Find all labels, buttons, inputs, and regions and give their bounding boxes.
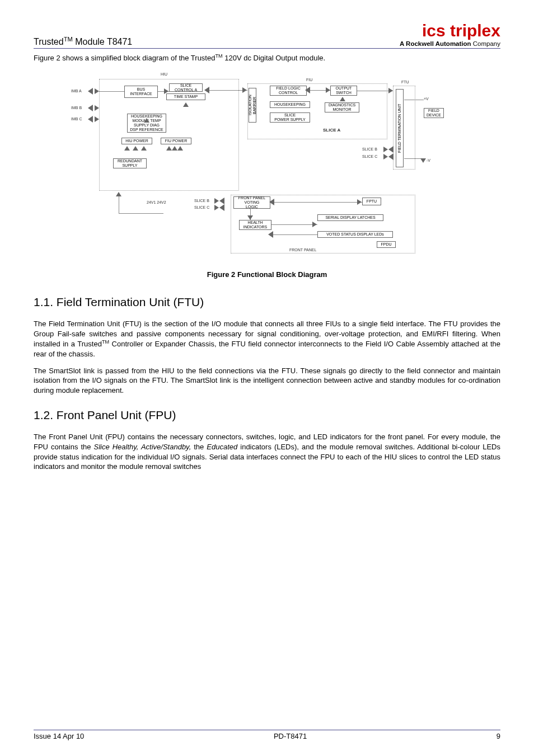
fptu-box: FPTU	[362, 198, 381, 205]
intro-pre: Figure 2 shows a simplified block diagra…	[34, 54, 215, 62]
logo-sub-text: A Rockwell Automation Company	[400, 40, 500, 47]
ftu-label: FTU	[401, 80, 409, 84]
footer-divider	[34, 730, 500, 730]
diagnostics-monitor-box: DIAGNOSTICSMONITOR	[325, 102, 359, 112]
ftu-p1-tm: TM	[102, 339, 109, 345]
section-fpu-heading: 1.2. Front Panel Unit (FPU)	[34, 408, 500, 422]
voted-status-display-leds-box: VOTED STATUS DISPLAY LEDs	[317, 231, 393, 238]
footer-issue: Issue 14 Apr 10	[34, 732, 84, 740]
bus-interface-box: BUSINTERFACE	[124, 86, 158, 98]
slice-b-psu-label: SLICE B	[194, 199, 209, 203]
header-divider	[34, 48, 500, 49]
output-switch-box: OUTPUTSWITCH	[330, 86, 357, 96]
logo-main-text: ics triplex	[400, 22, 500, 39]
fpu-p1-i1: Slice Healthy, Active/Standby,	[93, 443, 191, 451]
footer-docid: PD-T8471	[274, 732, 307, 740]
slice-c-fiu-label: SLICE C	[362, 154, 377, 158]
field-termination-unit-box: FIELD TERMINATION UNIT	[396, 89, 404, 167]
page-header: TrustedTM Module T8471 ics triplex A Roc…	[34, 22, 500, 47]
intro-post: 120V dc Digital Output module.	[223, 54, 326, 62]
imb-c-arrow	[88, 116, 93, 123]
imb-c-label: IMB C	[71, 117, 82, 121]
minus-v-label: -V	[427, 158, 430, 162]
field-logic-control-box: FIELD LOGICCONTROL	[270, 86, 307, 96]
fpdu-box: FPDU	[377, 241, 396, 248]
section-ftu-heading: 1.1. Field Termination Unit (FTU)	[34, 295, 500, 309]
header-prefix: Trusted	[34, 37, 64, 46]
footer-page-number: 9	[496, 732, 500, 740]
logo-sub-plain: Company	[471, 40, 500, 47]
slice-power-supply-box: SLICEPOWER SUPPLY	[270, 112, 310, 123]
slice-control-a-box: SLICECONTROL A	[169, 83, 203, 92]
imb-c-arrow-r	[95, 116, 99, 122]
section-fpu: 1.2. Front Panel Unit (FPU) The Front Pa…	[34, 408, 500, 471]
imb-b-arrow	[88, 105, 93, 111]
fpu-p1-b: the	[191, 443, 207, 451]
imb-a-arrow	[88, 88, 93, 95]
imb-a-label: IMB A	[71, 89, 82, 93]
fiu-label: FIU	[306, 78, 312, 82]
fiu-power-box: FIU POWER	[161, 138, 191, 144]
section-ftu-p1: The Field Termination Unit (FTU) is the …	[34, 319, 500, 359]
intro-tm: TM	[215, 53, 222, 59]
serial-display-latches-box: SERIAL DISPLAY LATCHES	[317, 214, 383, 221]
front-panel-voting-logic-box: FRONT PANELVOTINGLOGIC	[233, 196, 270, 209]
section-fpu-p1: The Front Panel Unit (FPU) contains the …	[34, 432, 500, 471]
block-diagram: HIU FIU FTU FRONT PANEL IMB A IMB B IMB …	[65, 69, 469, 259]
housekeeping-module-box: HOUSEKEEPINGMODULE TEMPSUPPLY DIAGDSP RE…	[127, 114, 166, 133]
section-ftu: 1.1. Field Termination Unit (FTU) The Fi…	[34, 295, 500, 395]
hiu-label: HIU	[161, 72, 167, 76]
time-stamp-box: TIME STAMP	[166, 93, 205, 100]
plus-v-label: +V	[424, 97, 429, 101]
header-tm: TM	[64, 36, 73, 43]
field-device-box: FIELDDEVICE	[424, 108, 444, 118]
hiu-power-box: HIU POWER	[121, 138, 152, 144]
housekeeping-box: HOUSEKEEPING	[270, 101, 310, 108]
imb-b-arrow-r	[95, 105, 99, 111]
imb-b-label: IMB B	[71, 106, 82, 110]
section-ftu-p2: The SmartSlot link is passed from the HI…	[34, 366, 500, 396]
fiu-group	[247, 83, 387, 139]
health-indicators-box: HEALTHINDICATORS	[239, 220, 271, 230]
voltage-24v-label: 24V1 24V2	[147, 200, 166, 204]
logo-sub-bold: A Rockwell Automation	[400, 40, 471, 47]
page-footer: Issue 14 Apr 10 PD-T8471 9	[34, 730, 500, 740]
fpu-p1-i2: Educated	[207, 443, 237, 451]
intro-paragraph: Figure 2 shows a simplified block diagra…	[34, 53, 500, 62]
figure-caption: Figure 2 Functional Block Diagram	[34, 270, 500, 279]
isolation-barrier-box: ISOLATIONBARRIER	[249, 88, 256, 123]
slice-a-label: SLICE A	[323, 128, 340, 133]
brand-logo: ics triplex A Rockwell Automation Compan…	[400, 22, 500, 47]
minus-v-arrow	[420, 158, 426, 163]
slice-c-psu-label: SLICE C	[194, 205, 209, 209]
imb-a-arrow-r	[95, 88, 99, 94]
header-suffix: Module T8471	[73, 37, 132, 46]
slice-b-fiu-label: SLICE B	[362, 147, 377, 151]
front-panel-label: FRONT PANEL	[289, 248, 316, 252]
redundant-supply-box: REDUNDANTSUPPLY	[113, 158, 147, 168]
header-module-title: TrustedTM Module T8471	[34, 36, 132, 47]
